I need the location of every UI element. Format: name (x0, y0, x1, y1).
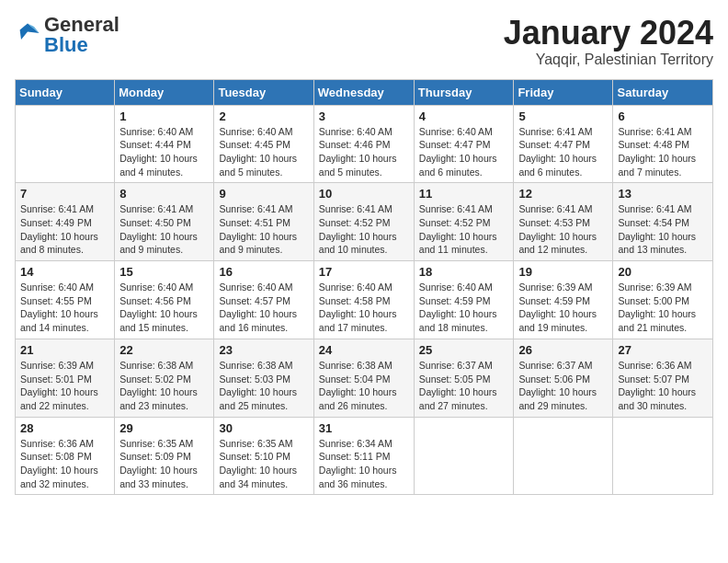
calendar-cell: 10Sunrise: 6:41 AM Sunset: 4:52 PM Dayli… (313, 183, 414, 261)
calendar-cell: 13Sunrise: 6:41 AM Sunset: 4:54 PM Dayli… (613, 183, 713, 261)
calendar-header-monday: Monday (115, 79, 214, 105)
day-number: 7 (20, 187, 109, 201)
day-number: 21 (20, 343, 109, 357)
day-number: 28 (20, 421, 109, 435)
day-number: 30 (219, 421, 308, 435)
calendar-cell: 29Sunrise: 6:35 AM Sunset: 5:09 PM Dayli… (115, 417, 214, 495)
calendar-week-row: 1Sunrise: 6:40 AM Sunset: 4:44 PM Daylig… (16, 105, 713, 183)
day-info: Sunrise: 6:39 AM Sunset: 4:59 PM Dayligh… (518, 281, 608, 335)
day-number: 20 (618, 265, 708, 279)
calendar-cell: 27Sunrise: 6:36 AM Sunset: 5:07 PM Dayli… (613, 339, 713, 417)
day-number: 10 (319, 187, 409, 201)
day-info: Sunrise: 6:36 AM Sunset: 5:08 PM Dayligh… (20, 437, 109, 491)
day-number: 15 (119, 265, 209, 279)
day-info: Sunrise: 6:41 AM Sunset: 4:47 PM Dayligh… (518, 125, 608, 179)
calendar-header-row: SundayMondayTuesdayWednesdayThursdayFrid… (16, 79, 713, 105)
calendar-header-saturday: Saturday (613, 79, 713, 105)
day-info: Sunrise: 6:41 AM Sunset: 4:51 PM Dayligh… (219, 202, 308, 257)
calendar-cell: 3Sunrise: 6:40 AM Sunset: 4:46 PM Daylig… (313, 105, 414, 183)
day-number: 1 (119, 109, 209, 123)
logo-bird-icon (15, 20, 40, 46)
calendar-cell: 8Sunrise: 6:41 AM Sunset: 4:50 PM Daylig… (115, 183, 214, 261)
day-info: Sunrise: 6:35 AM Sunset: 5:10 PM Dayligh… (219, 437, 308, 491)
day-number: 26 (518, 343, 608, 357)
day-number: 24 (319, 343, 409, 357)
calendar-cell: 17Sunrise: 6:40 AM Sunset: 4:58 PM Dayli… (313, 261, 414, 339)
day-number: 13 (618, 187, 708, 201)
calendar-cell: 5Sunrise: 6:41 AM Sunset: 4:47 PM Daylig… (514, 105, 613, 183)
calendar-cell: 26Sunrise: 6:37 AM Sunset: 5:06 PM Dayli… (514, 339, 613, 417)
logo: General Blue (15, 15, 119, 55)
title-block: January 2024 Yaqqir, Palestinian Territo… (504, 15, 713, 68)
day-number: 23 (219, 343, 308, 357)
day-number: 8 (119, 187, 209, 201)
calendar-cell: 4Sunrise: 6:40 AM Sunset: 4:47 PM Daylig… (414, 105, 514, 183)
calendar-cell (514, 417, 613, 495)
day-info: Sunrise: 6:38 AM Sunset: 5:02 PM Dayligh… (119, 359, 209, 413)
calendar-cell: 18Sunrise: 6:40 AM Sunset: 4:59 PM Dayli… (414, 261, 514, 339)
day-info: Sunrise: 6:41 AM Sunset: 4:54 PM Dayligh… (618, 202, 708, 257)
day-number: 3 (319, 109, 409, 123)
day-info: Sunrise: 6:41 AM Sunset: 4:53 PM Dayligh… (518, 202, 608, 257)
calendar-cell: 12Sunrise: 6:41 AM Sunset: 4:53 PM Dayli… (514, 183, 613, 261)
day-number: 25 (419, 343, 509, 357)
day-number: 29 (119, 421, 209, 435)
calendar-cell: 30Sunrise: 6:35 AM Sunset: 5:10 PM Dayli… (214, 417, 313, 495)
day-number: 16 (219, 265, 308, 279)
calendar-cell (613, 417, 713, 495)
day-info: Sunrise: 6:40 AM Sunset: 4:58 PM Dayligh… (319, 281, 409, 335)
day-number: 17 (319, 265, 409, 279)
calendar-cell: 9Sunrise: 6:41 AM Sunset: 4:51 PM Daylig… (214, 183, 313, 261)
day-number: 18 (419, 265, 509, 279)
month-title: January 2024 (504, 15, 713, 52)
calendar-week-row: 7Sunrise: 6:41 AM Sunset: 4:49 PM Daylig… (16, 183, 713, 261)
calendar-cell: 6Sunrise: 6:41 AM Sunset: 4:48 PM Daylig… (613, 105, 713, 183)
day-info: Sunrise: 6:34 AM Sunset: 5:11 PM Dayligh… (319, 437, 409, 491)
day-number: 27 (618, 343, 708, 357)
day-info: Sunrise: 6:40 AM Sunset: 4:44 PM Dayligh… (119, 125, 209, 179)
calendar-cell: 23Sunrise: 6:38 AM Sunset: 5:03 PM Dayli… (214, 339, 313, 417)
day-info: Sunrise: 6:41 AM Sunset: 4:50 PM Dayligh… (119, 202, 209, 257)
day-info: Sunrise: 6:40 AM Sunset: 4:55 PM Dayligh… (20, 281, 109, 335)
day-info: Sunrise: 6:41 AM Sunset: 4:48 PM Dayligh… (618, 125, 708, 179)
calendar-week-row: 14Sunrise: 6:40 AM Sunset: 4:55 PM Dayli… (16, 261, 713, 339)
calendar-header-friday: Friday (514, 79, 613, 105)
day-number: 12 (518, 187, 608, 201)
calendar-cell: 16Sunrise: 6:40 AM Sunset: 4:57 PM Dayli… (214, 261, 313, 339)
calendar-cell (414, 417, 514, 495)
day-info: Sunrise: 6:35 AM Sunset: 5:09 PM Dayligh… (119, 437, 209, 491)
day-number: 9 (219, 187, 308, 201)
day-info: Sunrise: 6:40 AM Sunset: 4:47 PM Dayligh… (419, 125, 509, 179)
calendar-cell: 19Sunrise: 6:39 AM Sunset: 4:59 PM Dayli… (514, 261, 613, 339)
day-number: 5 (518, 109, 608, 123)
calendar-week-row: 28Sunrise: 6:36 AM Sunset: 5:08 PM Dayli… (16, 417, 713, 495)
day-number: 19 (518, 265, 608, 279)
day-number: 4 (419, 109, 509, 123)
day-number: 14 (20, 265, 109, 279)
day-info: Sunrise: 6:41 AM Sunset: 4:52 PM Dayligh… (319, 202, 409, 257)
calendar-cell: 1Sunrise: 6:40 AM Sunset: 4:44 PM Daylig… (115, 105, 214, 183)
day-info: Sunrise: 6:40 AM Sunset: 4:45 PM Dayligh… (219, 125, 308, 179)
calendar-header-sunday: Sunday (16, 79, 115, 105)
day-number: 31 (319, 421, 409, 435)
page-header: General Blue January 2024 Yaqqir, Palest… (15, 15, 713, 68)
calendar-cell (16, 105, 115, 183)
day-number: 6 (618, 109, 708, 123)
day-info: Sunrise: 6:38 AM Sunset: 5:04 PM Dayligh… (319, 359, 409, 413)
day-number: 11 (419, 187, 509, 201)
day-info: Sunrise: 6:40 AM Sunset: 4:46 PM Dayligh… (319, 125, 409, 179)
day-info: Sunrise: 6:37 AM Sunset: 5:05 PM Dayligh… (419, 359, 509, 413)
logo-blue-text: Blue (44, 35, 119, 55)
logo-general-text: General (44, 15, 119, 35)
day-info: Sunrise: 6:36 AM Sunset: 5:07 PM Dayligh… (618, 359, 708, 413)
calendar-cell: 28Sunrise: 6:36 AM Sunset: 5:08 PM Dayli… (16, 417, 115, 495)
day-info: Sunrise: 6:39 AM Sunset: 5:01 PM Dayligh… (20, 359, 109, 413)
calendar-cell: 31Sunrise: 6:34 AM Sunset: 5:11 PM Dayli… (313, 417, 414, 495)
calendar-cell: 7Sunrise: 6:41 AM Sunset: 4:49 PM Daylig… (16, 183, 115, 261)
location-title: Yaqqir, Palestinian Territory (504, 52, 713, 68)
calendar-header-wednesday: Wednesday (313, 79, 414, 105)
day-info: Sunrise: 6:38 AM Sunset: 5:03 PM Dayligh… (219, 359, 308, 413)
day-number: 2 (219, 109, 308, 123)
calendar-week-row: 21Sunrise: 6:39 AM Sunset: 5:01 PM Dayli… (16, 339, 713, 417)
calendar-cell: 15Sunrise: 6:40 AM Sunset: 4:56 PM Dayli… (115, 261, 214, 339)
